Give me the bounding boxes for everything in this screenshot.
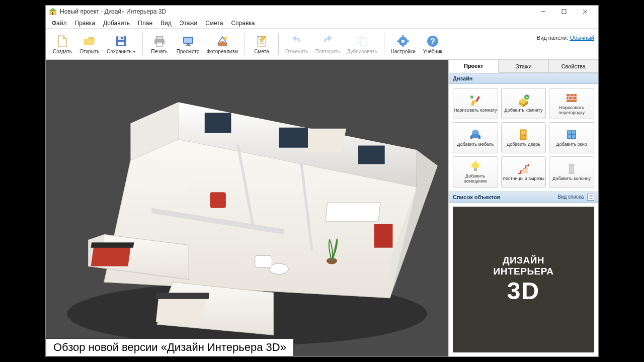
tab-floors[interactable]: Этажи bbox=[499, 60, 548, 72]
menu-edit[interactable]: Правка bbox=[71, 19, 100, 28]
overlay-caption: Обзор новой версии «Дизайн Интерьера 3D» bbox=[46, 338, 294, 356]
svg-rect-59 bbox=[205, 113, 231, 133]
list-view-icon bbox=[587, 194, 594, 201]
add-door-button[interactable]: Добавить дверь bbox=[501, 122, 546, 153]
svg-rect-48 bbox=[91, 242, 134, 248]
workspace: Обзор новой версии «Дизайн Интерьера 3D»… bbox=[46, 60, 598, 356]
svg-rect-72 bbox=[470, 135, 472, 139]
floorplan-render bbox=[46, 60, 448, 356]
svg-rect-27 bbox=[361, 39, 367, 46]
titlebar: Новый проект - Дизайн Интерьера 3D bbox=[46, 6, 598, 18]
svg-rect-17 bbox=[186, 45, 191, 46]
estimate-button[interactable]: Смета bbox=[249, 33, 274, 56]
preview-button[interactable]: Просмотр bbox=[174, 33, 202, 56]
stairs-cutouts-button[interactable]: Лестницы и вырезы bbox=[501, 156, 546, 188]
undo-icon bbox=[290, 34, 304, 48]
menu-plan[interactable]: План bbox=[134, 19, 156, 28]
toolbar: Создать Открыть Сохранить Печать Просмот… bbox=[46, 29, 598, 60]
add-column-button[interactable]: Добавить колонну bbox=[549, 156, 594, 188]
svg-rect-47 bbox=[91, 245, 131, 266]
svg-rect-16 bbox=[187, 44, 190, 45]
svg-rect-4 bbox=[562, 10, 566, 14]
redo-button: Повторить bbox=[313, 33, 343, 56]
redo-icon bbox=[320, 34, 335, 48]
add-window-button[interactable]: Добавить окно bbox=[549, 122, 594, 153]
menu-file[interactable]: Файл bbox=[48, 19, 71, 28]
svg-rect-11 bbox=[156, 36, 163, 39]
column-icon bbox=[565, 162, 578, 175]
save-button[interactable]: Сохранить bbox=[104, 33, 138, 56]
save-icon bbox=[114, 34, 128, 48]
view-list-link[interactable]: Вид списка bbox=[557, 194, 594, 201]
svg-rect-57 bbox=[255, 255, 272, 267]
brick-wall-icon bbox=[565, 92, 578, 105]
svg-point-18 bbox=[224, 37, 227, 40]
svg-rect-50 bbox=[155, 293, 209, 299]
armchair-icon bbox=[469, 128, 482, 141]
menu-floors[interactable]: Этажи bbox=[176, 19, 201, 28]
open-button[interactable]: Открыть bbox=[77, 33, 102, 56]
draw-partition-button[interactable]: Нарисовать перегородку bbox=[549, 88, 594, 119]
svg-point-76 bbox=[524, 135, 525, 136]
svg-rect-2 bbox=[52, 12, 53, 15]
svg-rect-13 bbox=[156, 42, 163, 46]
monitor-icon bbox=[181, 34, 195, 48]
duplicate-icon bbox=[355, 34, 369, 48]
settings-button[interactable]: Настройки bbox=[388, 33, 418, 56]
pencil-room-icon bbox=[469, 94, 482, 107]
svg-rect-90 bbox=[569, 172, 575, 174]
svg-rect-61 bbox=[358, 146, 385, 164]
svg-rect-65 bbox=[567, 94, 577, 102]
svg-point-23 bbox=[258, 36, 259, 37]
design-section-header: Дизайн bbox=[449, 73, 598, 84]
menu-view[interactable]: Вид bbox=[156, 19, 176, 28]
new-file-icon bbox=[55, 34, 69, 48]
stairs-icon bbox=[517, 162, 530, 175]
tutorial-button[interactable]: ? Учебник bbox=[420, 33, 445, 56]
add-furniture-button[interactable]: Добавить мебель bbox=[453, 122, 498, 153]
app-window: Новый проект - Дизайн Интерьера 3D Файл … bbox=[45, 5, 599, 357]
add-room-icon: + bbox=[517, 94, 530, 107]
svg-text:?: ? bbox=[430, 37, 435, 46]
draw-room-button[interactable]: Нарисовать комнату bbox=[453, 88, 498, 119]
photorealism-button[interactable]: Фотореализм bbox=[204, 33, 240, 56]
create-button[interactable]: Создать bbox=[50, 33, 75, 56]
duplicate-button: Дублировать bbox=[344, 33, 379, 56]
window-icon bbox=[565, 128, 578, 141]
svg-rect-33 bbox=[407, 40, 409, 42]
svg-rect-89 bbox=[569, 164, 575, 165]
svg-rect-60 bbox=[279, 128, 308, 148]
add-room-button[interactable]: + Добавить комнату bbox=[501, 88, 546, 119]
svg-text:+: + bbox=[526, 95, 528, 100]
print-button[interactable]: Печать bbox=[147, 33, 172, 56]
svg-rect-15 bbox=[184, 38, 192, 43]
notepad-icon bbox=[255, 34, 269, 48]
svg-rect-75 bbox=[521, 131, 525, 134]
lightbulb-icon bbox=[469, 160, 482, 173]
maximize-button[interactable] bbox=[554, 7, 574, 17]
svg-point-80 bbox=[472, 162, 479, 169]
svg-rect-10 bbox=[121, 37, 123, 39]
objects-section-header: Список объектов Вид списка bbox=[449, 192, 598, 203]
3d-viewport[interactable]: Обзор новой версии «Дизайн Интерьера 3D» bbox=[46, 60, 448, 356]
svg-point-62 bbox=[470, 96, 473, 99]
promo-banner: ДИЗАЙН ИНТЕРЬЕРА 3D bbox=[453, 207, 594, 352]
add-lighting-button[interactable]: Добавить освещение bbox=[453, 156, 498, 188]
sidebar: Проект Этажи Свойства Дизайн Нарисовать … bbox=[448, 60, 598, 356]
folder-open-icon bbox=[83, 34, 97, 48]
menu-add[interactable]: Добавить bbox=[99, 19, 134, 28]
tab-properties[interactable]: Свойства bbox=[549, 60, 598, 72]
svg-marker-1 bbox=[49, 8, 57, 11]
svg-point-29 bbox=[401, 40, 405, 43]
svg-rect-53 bbox=[326, 203, 380, 221]
help-icon: ? bbox=[426, 34, 440, 48]
menu-help[interactable]: Справка bbox=[227, 19, 259, 28]
object-list-area: ДИЗАЙН ИНТЕРЬЕРА 3D bbox=[449, 203, 598, 356]
tab-project[interactable]: Проект bbox=[449, 60, 499, 73]
menu-estimate[interactable]: Смета bbox=[201, 19, 227, 28]
design-tools-grid: Нарисовать комнату + Добавить комнату На… bbox=[449, 84, 598, 192]
svg-rect-81 bbox=[474, 168, 477, 171]
close-button[interactable] bbox=[575, 7, 595, 17]
minimize-button[interactable] bbox=[533, 7, 553, 17]
panel-type-link[interactable]: Обычный bbox=[570, 35, 594, 41]
